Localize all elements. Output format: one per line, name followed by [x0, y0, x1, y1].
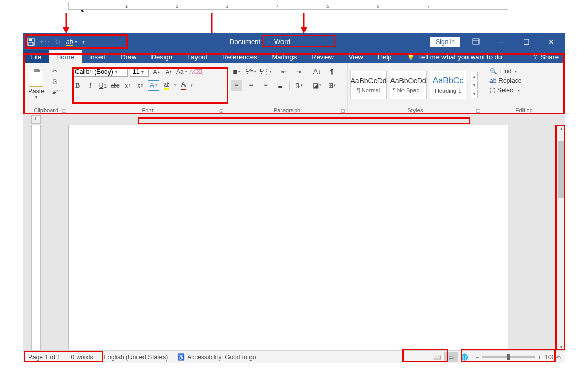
clear-formatting-button[interactable]: A⌫	[189, 67, 203, 77]
maximize-icon[interactable]: ☐	[517, 38, 536, 46]
vertical-ruler[interactable]	[31, 125, 41, 350]
zoom-out-button[interactable]: −	[475, 353, 479, 361]
text-effects-button[interactable]: A▾	[148, 80, 159, 91]
dialog-launcher-icon[interactable]: ◲	[476, 108, 481, 113]
group-paragraph: ≣▾ ⅟≡▾ ⅟⋮▾ ⇤ ⇥ A↓ ¶ ≡ ≡ ≡ ≣ ⇅▾	[226, 63, 348, 114]
group-label-editing: Editing	[483, 106, 565, 114]
font-size-combo[interactable]: 11▾	[130, 67, 149, 77]
multilevel-button[interactable]: ⅟⋮▾	[260, 67, 271, 77]
svg-rect-22	[473, 39, 479, 44]
redo-icon[interactable]: ↻	[55, 38, 61, 46]
format-painter-icon[interactable]: 🖌	[50, 88, 60, 96]
vertical-scrollbar[interactable]: ▴ ▾	[557, 125, 565, 350]
tell-me-box[interactable]: 💡 Tell me what you want to do	[399, 50, 527, 63]
tab-references[interactable]: References	[215, 50, 264, 63]
spellcheck-icon[interactable]: ab ▾	[66, 38, 77, 46]
web-layout-button[interactable]: 🌐	[458, 352, 471, 362]
tab-layout[interactable]: Layout	[180, 50, 215, 63]
justify-button[interactable]: ≣	[275, 80, 286, 91]
tab-draw[interactable]: Draw	[113, 50, 144, 63]
zoom-in-button[interactable]: +	[538, 353, 541, 361]
subscript-button[interactable]: x2	[123, 80, 133, 91]
scroll-down-icon[interactable]: ▾	[558, 343, 565, 350]
document-page[interactable]	[68, 125, 508, 350]
save-icon[interactable]	[27, 38, 35, 46]
tab-insert[interactable]: Insert	[82, 50, 114, 63]
align-center-button[interactable]: ≡	[245, 80, 257, 91]
shading-button[interactable]: ◪▾	[311, 80, 323, 91]
highlight-button[interactable]: ab	[161, 80, 172, 91]
style-heading1[interactable]: AaBbCcHeading 1	[430, 71, 466, 99]
signin-button[interactable]: Sign in	[430, 37, 460, 47]
zoom-percentage[interactable]: 100%	[545, 353, 561, 361]
ruler-corner[interactable]: L	[31, 115, 41, 124]
tab-view[interactable]: View	[341, 50, 371, 63]
numbering-button[interactable]: ⅟≡▾	[245, 67, 257, 77]
style-nospacing[interactable]: AaBbCcDd¶ No Spac...	[390, 71, 427, 99]
svg-text:2: 2	[176, 4, 178, 9]
minimize-icon[interactable]: ─	[492, 38, 510, 46]
group-label-paragraph: Paragraph◲	[226, 106, 347, 114]
print-layout-button[interactable]: ▭	[444, 352, 458, 362]
ribbon-display-icon[interactable]	[466, 38, 485, 46]
share-button[interactable]: ⇪ Share	[526, 50, 565, 63]
font-name-combo[interactable]: Calibri (Body)▾	[72, 67, 128, 77]
replace-button[interactable]: abReplace	[489, 77, 521, 84]
font-color-button[interactable]: A	[178, 80, 189, 91]
scroll-thumb[interactable]	[558, 141, 565, 198]
line-spacing-button[interactable]: ⇅▾	[293, 80, 304, 91]
scroll-up-icon[interactable]: ▴	[558, 125, 565, 132]
close-icon[interactable]: ✕	[542, 38, 561, 46]
find-button[interactable]: 🔍Find▾	[489, 68, 521, 75]
increase-indent-button[interactable]: ⇥	[293, 67, 304, 77]
dialog-launcher-icon[interactable]: ◲	[219, 108, 224, 113]
paste-button[interactable]: Paste ▾	[25, 66, 48, 104]
horizontal-ruler[interactable]: 123 456 7	[68, 2, 508, 10]
borders-button[interactable]: ⊞▾	[326, 80, 337, 91]
select-button[interactable]: ⬚Select▾	[489, 87, 521, 94]
zoom-slider[interactable]	[482, 356, 535, 358]
tab-review[interactable]: Review	[304, 50, 341, 63]
grow-font-button[interactable]: A▴	[151, 67, 161, 77]
tab-mailings[interactable]: Mailings	[265, 50, 304, 63]
svg-text:1: 1	[125, 4, 128, 9]
group-label-styles: Styles◲	[348, 106, 483, 114]
style-normal[interactable]: AaBbCcDd¶ Normal	[350, 71, 387, 99]
svg-text:6: 6	[377, 4, 379, 9]
undo-icon[interactable]: ↶▾	[40, 38, 49, 46]
status-bar: Page 1 of 1 0 words English (United Stat…	[23, 350, 565, 363]
sort-button[interactable]: A↓	[311, 67, 323, 77]
align-left-button[interactable]: ≡	[231, 80, 242, 91]
title-text: Document1 - Word	[89, 38, 430, 46]
decrease-indent-button[interactable]: ⇤	[278, 67, 290, 77]
replace-icon: ab	[489, 77, 496, 84]
dialog-launcher-icon[interactable]: ◲	[341, 108, 345, 113]
underline-button[interactable]: U▾	[97, 80, 108, 91]
language-status[interactable]: English (United States)	[98, 353, 173, 361]
ribbon-tabs: File Home Insert Draw Design Layout Refe…	[23, 50, 565, 63]
align-right-button[interactable]: ≡	[260, 80, 271, 91]
dialog-launcher-icon[interactable]: ◲	[62, 108, 67, 113]
tab-design[interactable]: Design	[144, 50, 180, 63]
tab-file[interactable]: File	[23, 50, 49, 63]
bold-button[interactable]: B	[72, 80, 83, 91]
strike-button[interactable]: abc	[110, 80, 121, 91]
italic-button[interactable]: I	[85, 80, 95, 91]
cut-icon[interactable]: ✂	[50, 67, 60, 75]
page-count[interactable]: Page 1 of 1	[23, 353, 66, 361]
word-count[interactable]: 0 words	[66, 353, 98, 361]
show-marks-button[interactable]: ¶	[326, 67, 337, 77]
styles-scroll[interactable]: ▴▾▾	[471, 72, 478, 98]
accessibility-status[interactable]: ♿ Accessibility: Good to go	[173, 353, 260, 361]
superscript-button[interactable]: x2	[135, 80, 146, 91]
select-icon: ⬚	[489, 87, 495, 94]
tab-home[interactable]: Home	[49, 50, 82, 63]
copy-icon[interactable]: ⎘	[50, 77, 60, 85]
bullets-button[interactable]: ≣▾	[231, 67, 242, 77]
qat-customize-icon[interactable]: ▾	[82, 39, 85, 45]
tab-help[interactable]: Help	[371, 50, 399, 63]
read-mode-button[interactable]: 📖	[430, 352, 444, 362]
change-case-button[interactable]: Aa▾	[176, 67, 187, 77]
lightbulb-icon: 💡	[407, 53, 415, 61]
shrink-font-button[interactable]: A▾	[164, 67, 174, 77]
